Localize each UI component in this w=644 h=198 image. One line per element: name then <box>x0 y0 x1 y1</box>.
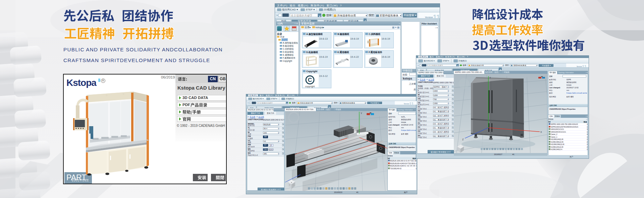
svg-text:Y: Y <box>489 77 491 79</box>
svg-text:copyright: copyright <box>305 85 315 88</box>
svg-text:X: X <box>540 131 542 133</box>
svg-text:C: C <box>308 77 312 83</box>
svg-text:Y: Y <box>361 112 362 114</box>
svg-text:Z: Z <box>462 138 464 141</box>
